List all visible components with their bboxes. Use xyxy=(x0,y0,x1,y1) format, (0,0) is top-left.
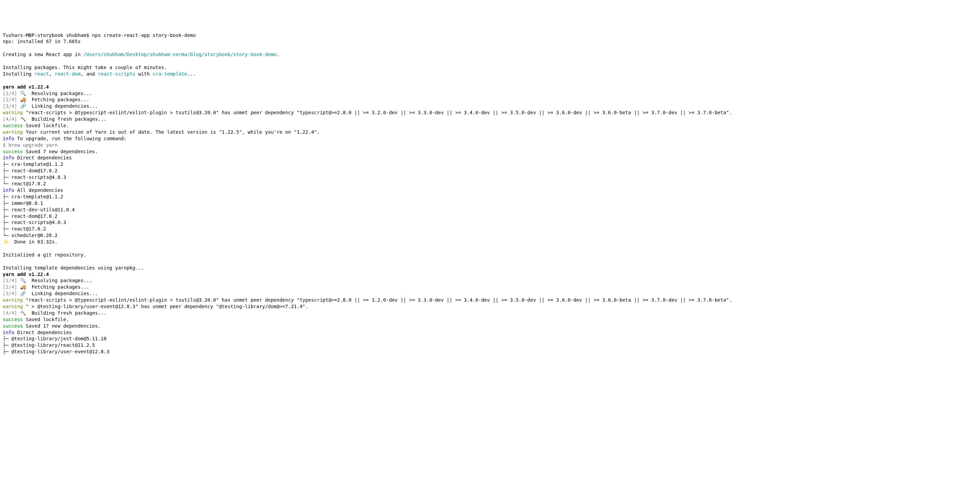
git-init-line: Initialized a git repository. xyxy=(3,252,977,258)
pkg-cra-template: cra-template xyxy=(153,71,187,76)
prompt-line: Tushars-MBP:storybook shubham$ npx creat… xyxy=(3,32,977,39)
warning-line: warning Your current version of Yarn is … xyxy=(3,129,977,135)
success-tag: success xyxy=(3,123,23,128)
step-resolving: [1/4] 🔍 Resolving packages... xyxy=(3,277,977,284)
step-emoji-icon: 🔍 xyxy=(17,278,29,283)
blank-line xyxy=(3,58,977,64)
warning-line: warning "react-scripts > @typescript-esl… xyxy=(3,297,977,303)
blank-line xyxy=(3,45,977,51)
install-msg-line: Installing packages. This might take a c… xyxy=(3,64,977,71)
success-tag: success xyxy=(3,323,23,329)
info-direct-line: info Direct dependencies xyxy=(3,154,977,161)
step-emoji-icon: 🔗 xyxy=(17,103,29,109)
dependency-item: ├─ react-dom@17.0.2 xyxy=(3,167,977,174)
success-tag: success xyxy=(3,149,23,154)
success-saved-line: success Saved 7 new dependencies. xyxy=(3,148,977,155)
warning-tag: warning xyxy=(3,129,23,135)
blank-line xyxy=(3,77,977,84)
step-tag: [2/4] xyxy=(3,97,17,102)
warning-line: warning "react-scripts > @typescript-esl… xyxy=(3,110,977,116)
step-emoji-icon: 🚚 xyxy=(17,97,29,102)
dependency-item: ├─ react-scripts@4.0.3 xyxy=(3,219,977,226)
project-path: /Users/shubham/Desktop/shubham-verma/blo… xyxy=(83,52,277,57)
install-template-line: Installing template dependencies using y… xyxy=(3,265,977,271)
dependency-item: ├─ @testing-library/user-event@12.8.3 xyxy=(3,349,977,355)
dependency-item: ├─ @testing-library/jest-dom@5.11.10 xyxy=(3,336,977,342)
dependency-item: ├─ cra-template@1.1.2 xyxy=(3,194,977,200)
step-linking: [3/4] 🔗 Linking dependencies... xyxy=(3,103,977,110)
info-all-line: info All dependencies xyxy=(3,187,977,194)
blank-line xyxy=(3,245,977,252)
dependency-item: ├─ cra-template@1.1.2 xyxy=(3,161,977,167)
dependency-item: ├─ react-dev-utils@11.0.4 xyxy=(3,207,977,213)
warning-tag: warning xyxy=(3,304,23,309)
step-tag: [3/4] xyxy=(3,291,17,296)
step-emoji-icon: 🔨 xyxy=(17,116,29,122)
creating-line: Creating a new React app in /Users/shubh… xyxy=(3,51,977,58)
dependency-item: ├─ @testing-library/react@11.2.5 xyxy=(3,342,977,349)
success-tag: success xyxy=(3,317,23,322)
sparkles-icon: ✨ xyxy=(3,239,11,245)
step-building: [4/4] 🔨 Building fresh packages... xyxy=(3,310,977,316)
pkg-react-dom: react-dom xyxy=(55,71,81,76)
step-resolving: [1/4] 🔍 Resolving packages... xyxy=(3,90,977,97)
step-building: [4/4] 🔨 Building fresh packages... xyxy=(3,116,977,123)
blank-line xyxy=(3,258,977,265)
install-pkgs-line: Installing react, react-dom, and react-s… xyxy=(3,71,977,77)
step-emoji-icon: 🔨 xyxy=(17,310,29,316)
step-tag: [1/4] xyxy=(3,278,17,283)
npx-install-line: npx: installed 67 in 7.665s xyxy=(3,38,977,45)
pkg-react-scripts: react-scripts xyxy=(98,71,135,76)
warning-line: warning " > @testing-library/user-event@… xyxy=(3,303,977,310)
warning-tag: warning xyxy=(3,297,23,303)
step-fetching: [2/4] 🚚 Fetching packages... xyxy=(3,96,977,103)
dependency-item: ├─ react@17.0.2 xyxy=(3,226,977,232)
yarn-add-line: yarn add v1.22.4 xyxy=(3,271,977,278)
step-tag: [4/4] xyxy=(3,116,17,122)
dependency-item: └─ react@17.0.2 xyxy=(3,181,977,187)
info-tag: info xyxy=(3,155,14,161)
info-direct-line: info Direct dependencies xyxy=(3,330,977,336)
step-emoji-icon: 🚚 xyxy=(17,284,29,290)
brew-upgrade-line: $ brew upgrade yarn xyxy=(3,142,977,148)
step-fetching: [2/4] 🚚 Fetching packages... xyxy=(3,284,977,290)
pkg-react: react xyxy=(35,71,49,76)
step-linking: [3/4] 🔗 Linking dependencies... xyxy=(3,290,977,297)
dependency-item: ├─ immer@8.0.1 xyxy=(3,200,977,207)
warning-tag: warning xyxy=(3,110,23,115)
yarn-add-line: yarn add v1.22.4 xyxy=(3,84,977,90)
info-tag: info xyxy=(3,188,14,193)
success-lockfile-line: success Saved lockfile. xyxy=(3,316,977,323)
info-tag: info xyxy=(3,136,14,141)
done-line: ✨ Done in 63.32s. xyxy=(3,239,977,245)
dependency-item: ├─ react-scripts@4.0.3 xyxy=(3,174,977,181)
step-tag: [2/4] xyxy=(3,284,17,290)
success-lockfile-line: success Saved lockfile. xyxy=(3,123,977,129)
step-tag: [1/4] xyxy=(3,91,17,96)
step-emoji-icon: 🔍 xyxy=(17,91,29,96)
step-tag: [3/4] xyxy=(3,103,17,109)
info-tag: info xyxy=(3,330,14,335)
info-upgrade-line: info To upgrade, run the following comma… xyxy=(3,135,977,142)
dependency-item: └─ scheduler@0.20.2 xyxy=(3,232,977,239)
dependency-item: ├─ react-dom@17.0.2 xyxy=(3,213,977,220)
terminal-output: Tushars-MBP:storybook shubham$ npx creat… xyxy=(3,32,977,355)
step-tag: [4/4] xyxy=(3,310,17,316)
step-emoji-icon: 🔗 xyxy=(17,291,29,296)
success-saved-line: success Saved 17 new dependencies. xyxy=(3,323,977,330)
